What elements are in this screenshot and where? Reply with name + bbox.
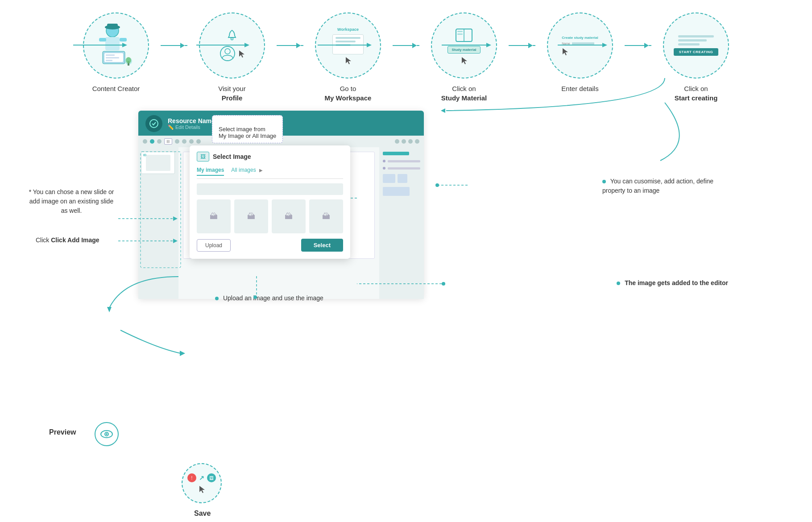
editor-title-area: Resource Name ✏️ Edit Details (168, 117, 215, 130)
cursor-icon-study (461, 56, 467, 64)
image-added-annotation: The image gets added to the editor (617, 278, 728, 288)
svg-rect-28 (105, 37, 120, 50)
save-label: Save (194, 510, 211, 518)
circle-workspace: Workspace (315, 12, 381, 79)
svg-point-42 (225, 49, 230, 54)
flow-step-visit-profile: Visit your Profile (187, 12, 277, 103)
toolbar-dot-3 (157, 139, 162, 144)
flow-label-study: Click on Study Material (441, 84, 487, 103)
circle-visit-profile (199, 12, 265, 79)
select-image-tooltip: Select image from My Image or All Image (212, 115, 283, 143)
property-squares (383, 174, 420, 183)
top-flow: Content Creator (0, 0, 812, 103)
svg-rect-33 (106, 54, 115, 56)
user-profile-icon (220, 46, 236, 62)
save-icon-arrow: ↗ (199, 474, 204, 481)
editor-sidebar-right (379, 147, 424, 299)
circle-start-creating: START CREATING (663, 12, 729, 79)
content-creator-icon (94, 21, 138, 70)
svg-marker-10 (441, 108, 445, 113)
slide-thumbnail[interactable]: ID (141, 152, 175, 174)
toolbar-dot-5 (182, 139, 186, 144)
svg-marker-50 (563, 48, 568, 55)
select-button[interactable]: Select (301, 239, 343, 252)
bell-icon (227, 29, 237, 42)
flow-arrow-2 (277, 12, 303, 79)
flow-step-study: Study material Click on Study Material (419, 12, 509, 103)
svg-marker-49 (462, 57, 467, 64)
picker-search-bar[interactable] (197, 183, 343, 195)
property-row-1 (383, 160, 420, 162)
toolbar-dot-r3 (408, 139, 413, 144)
toolbar-img-icon[interactable]: ⊞ (164, 138, 172, 145)
eye-icon (100, 429, 113, 439)
svg-rect-27 (107, 24, 118, 28)
flow-label-workspace: Go to My Workspace (325, 84, 372, 103)
upload-button[interactable]: Upload (197, 239, 231, 252)
image-thumb-4[interactable]: 🏔 (309, 199, 343, 233)
toolbar-dot-r1 (395, 139, 399, 144)
toolbar-dot-7 (196, 139, 201, 144)
preview-label: Preview (49, 428, 76, 436)
svg-marker-24 (180, 351, 185, 356)
editor-sidebar-left: ID (138, 147, 178, 299)
property-wide (383, 187, 410, 196)
toolbar-dot-r4 (415, 139, 419, 144)
svg-rect-29 (99, 38, 106, 41)
flow-arrow-4 (509, 12, 535, 79)
cursor-icon-ws (345, 56, 351, 64)
picker-header: 🖼 Select Image (197, 152, 343, 162)
flow-label-enter-details: Enter details (561, 84, 598, 93)
flow-arrow-3 (393, 12, 419, 79)
upload-annotation: Upload an image and use the image (215, 294, 323, 303)
toolbar-dot-r2 (402, 139, 406, 144)
flow-label-visit-profile: Visit your Profile (218, 84, 245, 103)
svg-marker-23 (107, 307, 112, 312)
svg-point-54 (106, 433, 108, 435)
picker-images-grid: 🏔 🏔 🏔 🏔 (197, 199, 343, 233)
circle-content-creator (83, 12, 149, 79)
svg-rect-48 (457, 33, 463, 35)
save-icon-img: 🖼 (207, 473, 216, 482)
svg-point-22 (442, 282, 445, 286)
tab-my-images[interactable]: My images (197, 167, 224, 176)
svg-rect-30 (120, 38, 127, 41)
toolbar-dot-4 (175, 139, 179, 144)
flow-step-content-creator: Content Creator (71, 12, 161, 93)
cursor-icon-enter (562, 47, 568, 55)
svg-marker-44 (346, 57, 351, 64)
cursor-icon (238, 50, 244, 58)
svg-point-17 (435, 183, 439, 187)
add-image-cta-annotation: Click Click Add Image (36, 236, 99, 245)
customize-annotation: You can cusomise, add action, define pro… (602, 177, 718, 195)
flow-label-content-creator: Content Creator (92, 84, 140, 93)
circle-enter-details: Create study material Name (547, 12, 613, 79)
image-thumb-2[interactable]: 🏔 (234, 199, 268, 233)
svg-marker-55 (199, 486, 205, 493)
svg-rect-34 (106, 57, 119, 58)
save-icon-error: ! (187, 473, 196, 482)
svg-rect-35 (106, 60, 112, 61)
svg-marker-43 (239, 50, 244, 58)
svg-point-39 (231, 38, 233, 40)
picker-footer: Upload Select (197, 239, 343, 252)
flow-step-enter-details: Create study material Name Enter details (535, 12, 625, 93)
picker-tabs[interactable]: My images All images ▶ (197, 167, 343, 179)
flow-arrow-1 (161, 12, 187, 79)
circle-study: Study material (431, 12, 497, 79)
edit-details-link[interactable]: ✏️ Edit Details (168, 124, 215, 130)
svg-point-51 (150, 120, 158, 128)
tab-all-images[interactable]: All images ▶ (231, 167, 263, 176)
preview-circle[interactable] (95, 422, 119, 446)
editor-logo (145, 115, 162, 132)
toolbar-dot-1 (143, 139, 147, 144)
toolbar-dots-right (395, 139, 419, 144)
picker-title: Select Image (213, 153, 251, 160)
flow-step-workspace: Workspace Go to My Workspace (303, 12, 393, 103)
tab-arrow-icon: ▶ (259, 168, 263, 173)
save-icons-row: ! ↗ 🖼 (187, 473, 216, 482)
image-thumb-3[interactable]: 🏔 (272, 199, 306, 233)
image-thumb-1[interactable]: 🏔 (197, 199, 231, 233)
svg-rect-47 (457, 31, 463, 32)
save-circle: ! ↗ 🖼 (182, 463, 222, 503)
